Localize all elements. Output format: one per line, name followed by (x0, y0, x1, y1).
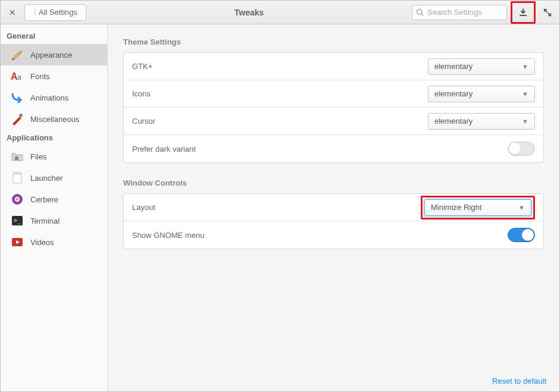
sidebar-label: Videos (30, 238, 54, 247)
row-label: GTK+ (132, 62, 152, 71)
sidebar-item-terminal[interactable]: >_ Terminal (1, 210, 107, 231)
chevron-down-icon: ▼ (518, 204, 525, 211)
chevron-down-icon: ▼ (522, 63, 528, 70)
brush-icon (10, 48, 24, 62)
svg-rect-7 (13, 173, 21, 175)
combo-layout[interactable]: Minimize Right ▼ (424, 199, 531, 216)
svg-text:a: a (17, 73, 21, 81)
reset-link[interactable]: Reset to default (492, 377, 546, 385)
combo-value: Minimize Right (431, 203, 481, 212)
panel-theme: GTK+ elementary ▼ Icons elementary ▼ (123, 52, 544, 163)
sidebar-label: Files (30, 152, 46, 161)
sidebar-header-general: General (1, 28, 107, 44)
row-label: Prefer dark variant (132, 145, 196, 153)
combo-value: elementary (434, 62, 473, 71)
highlight-layout: Minimize Right ▼ (421, 196, 535, 219)
sidebar-header-applications: Applications (1, 130, 107, 146)
back-button[interactable]: 〈 All Settings (24, 4, 86, 21)
sidebar-item-cerbere[interactable]: Cerbere (1, 189, 107, 210)
section-title-theme: Theme Settings (123, 37, 544, 46)
search-input[interactable] (427, 8, 503, 17)
search-icon (416, 8, 424, 16)
row-layout: Layout Minimize Right ▼ (124, 194, 543, 221)
download-icon (518, 8, 528, 17)
row-gtk: GTK+ elementary ▼ (124, 53, 543, 80)
titlebar: ✕ 〈 All Settings Tweaks (1, 1, 559, 24)
switch-dark-variant[interactable] (508, 142, 535, 156)
page-icon (10, 171, 24, 185)
play-icon (10, 235, 24, 249)
svg-point-5 (19, 114, 23, 117)
sidebar-label: Terminal (30, 217, 60, 225)
close-button[interactable]: ✕ (4, 4, 21, 21)
sidebar-item-appearance[interactable]: Appearance (1, 44, 107, 65)
row-icons: Icons elementary ▼ (124, 80, 543, 108)
fonts-icon: Aa (10, 69, 24, 83)
expand-icon (543, 8, 552, 17)
arrow-icon (10, 90, 24, 105)
back-label: All Settings (39, 8, 77, 17)
row-cursor: Cursor elementary ▼ (124, 108, 543, 135)
row-label: Layout (132, 203, 155, 212)
folder-icon (10, 149, 24, 164)
terminal-icon: >_ (10, 214, 24, 228)
sidebar-item-videos[interactable]: Videos (1, 231, 107, 253)
sidebar-label: Appearance (30, 51, 72, 59)
window: ✕ 〈 All Settings Tweaks General (0, 0, 560, 392)
tools-icon (10, 112, 24, 126)
chevron-left-icon: 〈 (29, 7, 37, 18)
sidebar-item-fonts[interactable]: Aa Fonts (1, 65, 107, 87)
svg-point-0 (417, 10, 422, 14)
svg-point-10 (16, 198, 18, 200)
sidebar-label: Cerbere (30, 195, 58, 204)
sidebar-label: Miscellaneous (30, 115, 79, 124)
combo-value: elementary (434, 89, 473, 98)
combo-cursor[interactable]: elementary ▼ (428, 113, 535, 130)
panel-window-controls: Layout Minimize Right ▼ Show GNOME menu (123, 193, 544, 249)
download-button[interactable] (515, 4, 531, 21)
sidebar-label: Animations (30, 93, 68, 102)
row-label: Icons (132, 89, 151, 98)
combo-icons[interactable]: elementary ▼ (428, 86, 535, 102)
sidebar-item-files[interactable]: Files (1, 146, 107, 167)
sidebar-item-launcher[interactable]: Launcher (1, 167, 107, 189)
chevron-down-icon: ▼ (522, 90, 528, 98)
gear-icon (10, 192, 24, 206)
row-label: Show GNOME menu (132, 231, 204, 240)
sidebar-item-animations[interactable]: Animations (1, 87, 107, 108)
svg-text:>_: >_ (14, 217, 21, 224)
search-field[interactable] (412, 5, 507, 20)
maximize-button[interactable] (539, 4, 556, 21)
row-gnome-menu: Show GNOME menu (124, 221, 543, 249)
content: Theme Settings GTK+ elementary ▼ Icons e… (108, 24, 559, 391)
combo-gtk[interactable]: elementary ▼ (428, 58, 535, 75)
svg-rect-2 (12, 58, 14, 60)
chevron-down-icon: ▼ (522, 118, 528, 125)
combo-value: elementary (434, 117, 473, 126)
sidebar: General Appearance Aa Fonts Animations (1, 24, 108, 391)
row-dark-variant: Prefer dark variant (124, 135, 543, 162)
sidebar-label: Fonts (30, 72, 50, 81)
close-icon: ✕ (9, 8, 16, 17)
row-label: Cursor (132, 117, 155, 126)
sidebar-label: Launcher (30, 174, 62, 183)
svg-line-1 (421, 14, 423, 15)
body: General Appearance Aa Fonts Animations (1, 24, 559, 391)
window-title: Tweaks (90, 8, 408, 17)
sidebar-item-miscellaneous[interactable]: Miscellaneous (1, 108, 107, 130)
switch-gnome-menu[interactable] (508, 228, 535, 242)
highlight-download (511, 1, 536, 24)
section-title-window-controls: Window Controls (123, 178, 544, 187)
